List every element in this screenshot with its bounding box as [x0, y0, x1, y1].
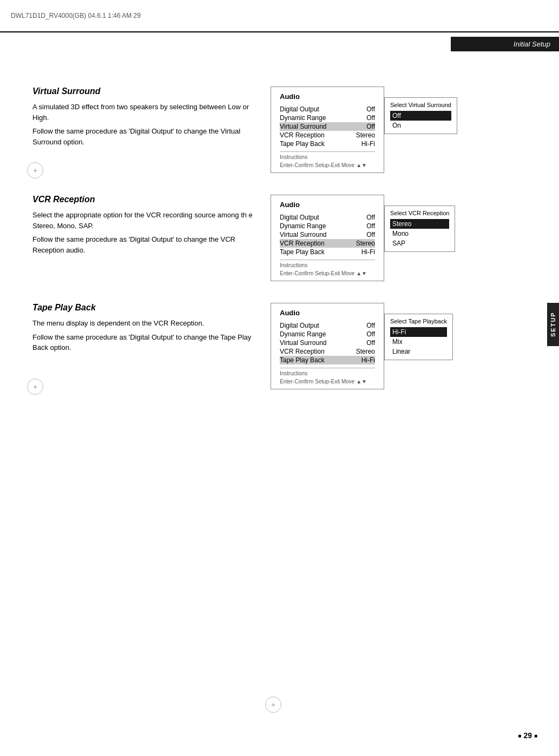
- reg-mark-left-2: [27, 379, 43, 395]
- vcr-reception-popup: Select VCR Reception Stereo Mono SAP: [384, 205, 455, 252]
- setup-tab: SETUP: [547, 303, 559, 346]
- tape-playback-audio-panel: Audio Digital Output Off Dynamic Range O…: [271, 303, 384, 389]
- virtual-surround-text: Virtual Surround A simulated 3D effect f…: [32, 87, 260, 147]
- page-header: Initial Setup: [451, 37, 559, 51]
- popup-item-sap-2[interactable]: SAP: [390, 238, 449, 248]
- vcr-reception-audio-panel: Audio Digital Output Off Dynamic Range O…: [271, 195, 384, 281]
- audio-row-vcr-reception-3: VCR Reception Stereo: [280, 347, 375, 356]
- tape-playback-section: Tape Play Back The menu display is depen…: [32, 303, 537, 389]
- popup-title-3: Select Tape Playback: [390, 317, 447, 325]
- audio-instructions-1: Instructions: [280, 154, 375, 160]
- top-bar-text: DWL71D1D_RV4000(GB) 04.6.1 1:46 AM 29: [11, 12, 141, 19]
- audio-row-virtual-surround-2: Virtual Surround Off: [280, 230, 375, 239]
- vcr-reception-section: VCR Reception Select the appropriate opt…: [32, 195, 537, 281]
- virtual-surround-section: Virtual Surround A simulated 3D effect f…: [32, 87, 537, 173]
- popup-item-stereo-2[interactable]: Stereo: [390, 219, 449, 229]
- top-bar: DWL71D1D_RV4000(GB) 04.6.1 1:46 AM 29: [0, 0, 559, 32]
- audio-row-dynamic-range-1: Dynamic Range Off: [280, 114, 375, 122]
- audio-row-digital-output-1: Digital Output Off: [280, 105, 375, 114]
- tape-playback-body: The menu display is dependent on the VCR…: [32, 318, 260, 353]
- popup-item-off-1[interactable]: Off: [390, 111, 451, 121]
- tape-playback-text: Tape Play Back The menu display is depen…: [32, 303, 260, 353]
- vcr-reception-panel-wrapper: Audio Digital Output Off Dynamic Range O…: [271, 195, 455, 281]
- audio-row-digital-output-3: Digital Output Off: [280, 321, 375, 330]
- tape-playback-right: Audio Digital Output Off Dynamic Range O…: [271, 303, 453, 389]
- virtual-surround-body: A simulated 3D effect from two speakers …: [32, 102, 260, 147]
- popup-item-linear-3[interactable]: Linear: [390, 347, 447, 356]
- tape-playback-title: Tape Play Back: [32, 303, 260, 313]
- virtual-surround-popup: Select Virtual Surround Off On: [384, 97, 457, 134]
- vcr-reception-body: Select the appropriate option for the VC…: [32, 210, 260, 255]
- audio-row-vcr-reception-2: VCR Reception Stereo: [280, 239, 375, 248]
- virtual-surround-right: Audio Digital Output Off Dynamic Range O…: [271, 87, 457, 173]
- audio-nav-1: Enter-Confirm Setup-Exit Move ▲▼: [280, 162, 375, 168]
- audio-row-virtual-surround-1: Virtual Surround Off: [280, 122, 375, 131]
- main-content: Virtual Surround A simulated 3D effect f…: [0, 32, 559, 443]
- audio-row-dynamic-range-3: Dynamic Range Off: [280, 330, 375, 339]
- vcr-reception-right: Audio Digital Output Off Dynamic Range O…: [271, 195, 455, 281]
- header-title: Initial Setup: [514, 40, 550, 48]
- audio-nav-2: Enter-Confirm Setup-Exit Move ▲▼: [280, 270, 375, 276]
- audio-row-tape-playback-3: Tape Play Back Hi-Fi: [280, 356, 375, 364]
- virtual-surround-title: Virtual Surround: [32, 87, 260, 96]
- virtual-surround-panel-wrapper: Audio Digital Output Off Dynamic Range O…: [271, 87, 457, 173]
- reg-mark-bottom: [265, 697, 281, 713]
- popup-item-on-1[interactable]: On: [390, 121, 451, 130]
- popup-item-hifi-3[interactable]: Hi-Fi: [390, 327, 447, 337]
- popup-item-mix-3[interactable]: Mix: [390, 337, 447, 347]
- tape-playback-popup: Select Tape Playback Hi-Fi Mix Linear: [384, 314, 453, 360]
- popup-title-2: Select VCR Reception: [390, 209, 449, 217]
- audio-row-digital-output-2: Digital Output Off: [280, 213, 375, 222]
- audio-row-tape-playback-1: Tape Play Back Hi-Fi: [280, 140, 375, 148]
- audio-instructions-3: Instructions: [280, 370, 375, 376]
- audio-title-1: Audio: [280, 92, 375, 101]
- reg-mark-left-1: [27, 162, 43, 178]
- audio-row-virtual-surround-3: Virtual Surround Off: [280, 339, 375, 347]
- audio-row-vcr-reception-1: VCR Reception Stereo: [280, 131, 375, 140]
- audio-instructions-2: Instructions: [280, 262, 375, 268]
- vcr-reception-text: VCR Reception Select the appropriate opt…: [32, 195, 260, 255]
- page-number: 29: [518, 731, 537, 740]
- audio-row-dynamic-range-2: Dynamic Range Off: [280, 222, 375, 230]
- audio-nav-3: Enter-Confirm Setup-Exit Move ▲▼: [280, 379, 375, 384]
- vcr-reception-title: VCR Reception: [32, 195, 260, 204]
- popup-item-mono-2[interactable]: Mono: [390, 229, 449, 238]
- audio-title-3: Audio: [280, 309, 375, 317]
- audio-row-tape-playback-2: Tape Play Back Hi-Fi: [280, 248, 375, 256]
- tape-playback-panel-wrapper: Audio Digital Output Off Dynamic Range O…: [271, 303, 453, 389]
- popup-title-1: Select Virtual Surround: [390, 101, 451, 109]
- virtual-surround-audio-panel: Audio Digital Output Off Dynamic Range O…: [271, 87, 384, 173]
- audio-title-2: Audio: [280, 201, 375, 209]
